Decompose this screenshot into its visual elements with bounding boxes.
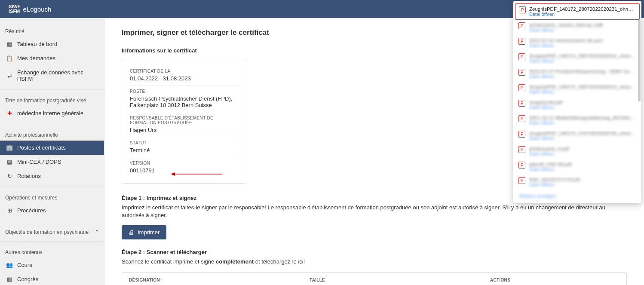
- sidebar-item-cours[interactable]: 👥Cours: [0, 258, 104, 272]
- pdf-icon: P: [518, 69, 525, 76]
- print-button[interactable]: 🖨 Imprimer: [122, 225, 166, 239]
- download-open-link[interactable]: Datei öffnen: [529, 58, 636, 64]
- download-name: takeoff_VSD 08.pdf: [529, 162, 636, 167]
- brand-logo: SIWF ISFM: [9, 4, 21, 14]
- download-open-link[interactable]: Datei öffnen: [529, 28, 636, 33]
- download-open-link[interactable]: Datei öffnen: [529, 105, 636, 110]
- sidebar-section-operations: Opérations et mesures: [0, 192, 104, 203]
- download-open-link[interactable]: Datei öffnen: [529, 120, 636, 126]
- sidebar-item-echange[interactable]: ⇄Echange de données avec l'ISFM: [0, 65, 104, 86]
- pdf-icon: P: [518, 38, 525, 45]
- brand-name: eLogbuch: [23, 6, 52, 13]
- download-item[interactable]: PZeugnisPDF_140172_27072022020745_ohne U…: [513, 128, 641, 144]
- download-item-highlighted[interactable]: P ZeugnisPDF_140172_28072022020231_ohne …: [515, 3, 640, 20]
- calendar-icon: ▥: [6, 276, 13, 282]
- periode-label: CERTIFICAT DE LA: [130, 69, 238, 74]
- download-name: 2022-07-01 memorandum de port: [529, 38, 636, 43]
- downloads-scrollbar[interactable]: [638, 20, 641, 101]
- pdf-icon: P: [518, 100, 525, 107]
- th-actions: ACTIONS: [490, 278, 619, 282]
- download-name: ZeugnisPDF_140172_28072022020231_ohne Un…: [529, 6, 636, 12]
- step2-desc: Scannez le certificat imprimé et signé c…: [122, 258, 627, 266]
- print-icon: 🖨: [129, 229, 134, 236]
- info-card: CERTIFICAT DE LA 01.04.2022 - 31.08.2023…: [122, 59, 246, 184]
- sidebar-item-rotations[interactable]: ↻Rotations: [0, 169, 104, 183]
- sort-asc-icon: ↑: [161, 278, 163, 282]
- sidebar-item-demandes[interactable]: 📋Mes demandes: [0, 51, 104, 65]
- pdf-icon: P: [518, 115, 525, 122]
- download-open-link[interactable]: Datei öffnen: [529, 89, 636, 95]
- downloads-panel: P ZeugnisPDF_140172_28072022020231_ohne …: [513, 1, 641, 203]
- users-icon: 👥: [6, 262, 13, 268]
- download-open-link[interactable]: Datei öffnen: [529, 43, 636, 48]
- download-name: 2022-07-27 Protokoll Besprechung - SIWF …: [529, 69, 636, 74]
- sidebar-section-autres: Autres contenus: [0, 247, 104, 258]
- pdf-icon: P: [518, 162, 525, 169]
- step1-desc: Imprimez le certificat et faites-le sign…: [122, 204, 627, 219]
- statut-value: Terminé: [130, 147, 238, 153]
- download-item[interactable]: Pprintername_d.pdfDatei öffnen: [513, 144, 641, 159]
- clipboard-icon: 📋: [6, 55, 13, 61]
- download-name: 2021-10-11 Weiterbildungsstattenreg_AGTe…: [529, 115, 636, 120]
- poste-label: POSTE: [130, 89, 238, 94]
- pdf-icon: P: [518, 53, 525, 60]
- pdf-icon: P: [519, 6, 526, 13]
- download-item[interactable]: P2021-10-11 Weiterbildungsstattenreg_AGT…: [513, 113, 641, 128]
- sidebar: Résumé ▦Tableau de bord 📋Mes demandes ⇄E…: [0, 18, 104, 285]
- pdf-icon: P: [518, 177, 525, 184]
- download-name: PDF_20220727175128: [529, 177, 636, 182]
- swiss-cross-icon: ✚: [6, 110, 13, 116]
- sidebar-item-medecine[interactable]: ✚médecine interne générale: [0, 106, 104, 120]
- th-designation[interactable]: DÉSIGNATION↑: [129, 278, 310, 282]
- chevron-icon: ⌃: [95, 229, 99, 235]
- download-open-link[interactable]: Datei öffnen: [529, 74, 636, 79]
- sidebar-item-congres[interactable]: ▥Congrès: [0, 272, 104, 285]
- pdf-icon: P: [518, 84, 525, 91]
- download-name: zeugnis140.pdf: [529, 100, 636, 105]
- periode-value: 01.04.2022 - 31.08.2023: [130, 75, 238, 82]
- refresh-icon: ↻: [6, 173, 13, 179]
- arrow-annotation: [171, 172, 218, 173]
- sidebar-section-activite: Activité professionnelle: [0, 129, 104, 141]
- download-name: ZeugnisPDF_140172_27072022020745_ohne Un…: [529, 131, 636, 136]
- sidebar-item-minicex[interactable]: ▤Mini-CEX / DOPS: [0, 155, 104, 169]
- download-open-link[interactable]: Datei öffnen: [529, 167, 636, 172]
- sidebar-section-objectifs[interactable]: Objectifs de formation en psychiatrie⌃: [0, 227, 104, 238]
- download-name: ZeugnisPDF_140172_28072022020231_ohne un…: [529, 84, 636, 89]
- exchange-icon: ⇄: [6, 73, 13, 79]
- sidebar-item-postes[interactable]: 🏢Postes et certificats: [0, 141, 104, 155]
- download-item[interactable]: P2022-07-01 memorandum de portDatei öffn…: [513, 35, 641, 51]
- download-open-link[interactable]: Datei öffnen: [529, 182, 636, 187]
- download-open-link[interactable]: Datei öffnen: [529, 136, 636, 141]
- download-name: printername_d.pdf: [529, 146, 636, 151]
- download-item[interactable]: Pzeugnis140.pdfDatei öffnen: [513, 97, 641, 113]
- version-label: VERSION: [130, 161, 238, 165]
- pdf-icon: P: [518, 131, 525, 138]
- download-item[interactable]: PZeugnisPDF_140172_28072022020231_ohne U…: [513, 51, 641, 66]
- step2-title: Étape 2 : Scanner et télécharger: [122, 249, 627, 255]
- download-item[interactable]: P2022-07-27 Protokoll Besprechung - SIWF…: [513, 66, 641, 82]
- downloads-footer-link[interactable]: Weitere anzeigen: [513, 190, 641, 199]
- sidebar-item-procedures[interactable]: ⊞Procédures: [0, 203, 104, 218]
- download-open-link[interactable]: Datei öffnen: [529, 12, 636, 17]
- sidebar-section-resume: Résumé: [0, 26, 104, 37]
- file-icon: ▤: [6, 159, 13, 165]
- brand: SIWF ISFM eLogbuch: [9, 4, 51, 14]
- poste-value: Forensisch-Psychiatrischer Dienst (FPD),…: [130, 95, 238, 108]
- download-item[interactable]: PPDF_20220727175128Datei öffnen: [513, 175, 641, 190]
- resp-value: Hagen Urs: [130, 127, 238, 133]
- resp-label: RESPONSABLE D'ÉTABLISSEMENT DE FORMATION…: [130, 116, 238, 125]
- building-icon: 🏢: [6, 144, 13, 151]
- statut-label: STATUT: [130, 141, 238, 145]
- download-open-link[interactable]: Datei öffnen: [529, 151, 636, 156]
- download-name: printername_variant_internal_hdff: [529, 22, 636, 28]
- sidebar-item-tableau[interactable]: ▦Tableau de bord: [0, 37, 104, 51]
- pdf-icon: P: [518, 146, 525, 153]
- download-item[interactable]: Pprintername_variant_internal_hdffDatei …: [513, 20, 641, 35]
- dashboard-icon: ▦: [6, 41, 13, 47]
- download-item[interactable]: PZeugnisPDF_140172_28072022020231_ohne u…: [513, 82, 641, 97]
- download-item[interactable]: Ptakeoff_VSD 08.pdfDatei öffnen: [513, 159, 641, 175]
- table-header: DÉSIGNATION↑ TAILLE ACTIONS: [122, 272, 627, 285]
- download-name: ZeugnisPDF_140172_28072022020231_ohne Un…: [529, 53, 636, 58]
- th-taille[interactable]: TAILLE: [310, 278, 490, 282]
